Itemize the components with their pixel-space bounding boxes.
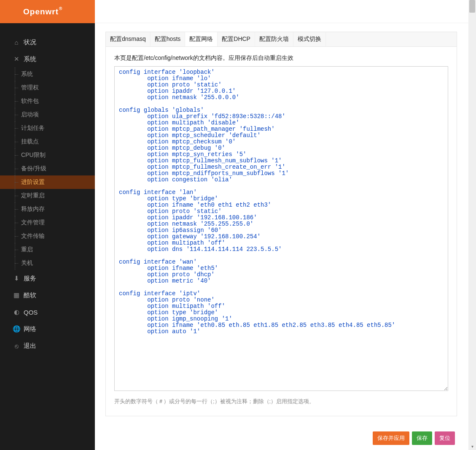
sidebar-item-network[interactable]: 🌐 网络: [0, 321, 95, 337]
sidebar-sub-packages[interactable]: 软件包: [0, 94, 95, 108]
sidebar-label: 系统: [24, 55, 36, 63]
tab-dhcp[interactable]: 配置DHCP: [218, 32, 255, 46]
sidebar-sub-reboot-timer[interactable]: 定时重启: [0, 189, 95, 202]
tab-dnsmasq[interactable]: 配置dnsmasq: [106, 32, 151, 46]
sidebar-label: 状况: [24, 38, 36, 46]
tools-icon: ✕: [12, 55, 21, 63]
sidebar-item-logout[interactable]: ⎋ 退出: [0, 337, 95, 354]
save-button[interactable]: 保存: [412, 431, 432, 445]
brand-name: Openwrt: [23, 7, 59, 16]
sidebar-label: 网络: [24, 325, 36, 333]
sidebar-sub-cron[interactable]: 计划任务: [0, 121, 95, 135]
scroll-thumb[interactable]: [469, 0, 475, 13]
sidebar-item-qos[interactable]: ◐ QOS: [0, 304, 95, 321]
sidebar-sub-mounts[interactable]: 挂载点: [0, 135, 95, 148]
gauge-icon: ◐: [12, 308, 21, 316]
config-panel: 本页是配置/etc/config/network的文档内容。应用保存后自动重启生…: [105, 47, 457, 416]
sidebar-sub-filemgr[interactable]: 文件管理: [0, 216, 95, 229]
tabs: 配置dnsmasq 配置hosts 配置网络 配置DHCP 配置防火墙 模式切换: [105, 32, 457, 47]
logout-icon: ⎋: [12, 342, 21, 350]
tab-hosts[interactable]: 配置hosts: [151, 32, 185, 46]
page-description: 本页是配置/etc/config/network的文档内容。应用保存后自动重启生…: [114, 54, 448, 62]
brand-logo: Openwrt®: [23, 7, 62, 16]
config-textarea[interactable]: [114, 66, 448, 391]
sidebar-sub-reboot[interactable]: 重启: [0, 243, 95, 256]
sidebar-sub-filetrans[interactable]: 文件传输: [0, 229, 95, 243]
sidebar-label: QOS: [24, 309, 38, 316]
sidebar-item-cool[interactable]: ▦ 酷软: [0, 287, 95, 304]
sidebar-sub-backup[interactable]: 备份/升级: [0, 162, 95, 175]
reset-button[interactable]: 复位: [435, 431, 455, 445]
grid-icon: ▦: [12, 291, 21, 299]
page-scrollbar[interactable]: ▴ ▾: [468, 0, 476, 450]
sidebar-sub-shutdown[interactable]: 关机: [0, 256, 95, 270]
home-icon: ⌂: [12, 39, 21, 46]
header-logo-area: Openwrt®: [0, 0, 95, 23]
sidebar: ⌂ 状况 ✕ 系统 系统 管理权 软件包 启动项 计划任务 挂载点 CPU限制 …: [0, 23, 95, 450]
sidebar-sub-system[interactable]: 系统: [0, 67, 95, 81]
action-buttons: 保存并应用 保存 复位: [373, 431, 455, 445]
sidebar-sub-freemem[interactable]: 释放内存: [0, 202, 95, 216]
scroll-down-icon[interactable]: ▾: [468, 442, 476, 450]
sidebar-label: 酷软: [24, 291, 36, 299]
download-icon: ⬇: [12, 275, 21, 282]
tab-mode[interactable]: 模式切换: [293, 32, 326, 46]
header-blank: [95, 0, 476, 23]
sidebar-label: 退出: [24, 342, 36, 350]
sidebar-sub-cpulimit[interactable]: CPU限制: [0, 148, 95, 162]
globe-icon: 🌐: [12, 325, 21, 333]
sidebar-sub-admin[interactable]: 管理权: [0, 81, 95, 94]
tab-network[interactable]: 配置网络: [185, 32, 218, 46]
sidebar-item-system[interactable]: ✕ 系统: [0, 51, 95, 67]
sidebar-label: 服务: [24, 275, 36, 283]
sidebar-sub-advanced[interactable]: 进阶设置: [0, 175, 95, 189]
page-hint: 开头的数字符号（＃）或分号的每一行（;）被视为注释；删除（;）启用指定选项。: [114, 398, 448, 405]
tab-firewall[interactable]: 配置防火墙: [255, 32, 293, 46]
brand-reg: ®: [59, 6, 62, 11]
main-content: 配置dnsmasq 配置hosts 配置网络 配置DHCP 配置防火墙 模式切换…: [95, 23, 468, 450]
sidebar-sub-startup[interactable]: 启动项: [0, 108, 95, 121]
sidebar-item-services[interactable]: ⬇ 服务: [0, 270, 95, 287]
sidebar-item-status[interactable]: ⌂ 状况: [0, 34, 95, 51]
save-apply-button[interactable]: 保存并应用: [373, 431, 409, 445]
